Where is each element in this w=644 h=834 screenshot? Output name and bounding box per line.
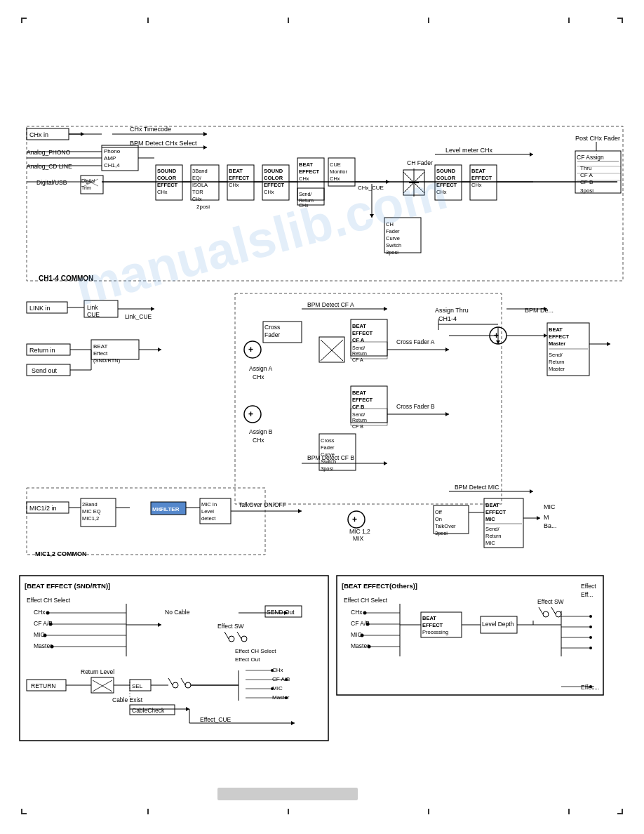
svg-text:CHx: CHx xyxy=(272,667,283,673)
svg-text:Effect CH Select: Effect CH Select xyxy=(27,597,71,604)
svg-text:CHx: CHx xyxy=(253,373,264,380)
svg-text:MIC: MIC xyxy=(351,631,362,638)
svg-rect-1 xyxy=(21,18,22,23)
svg-text:Analog_CD LINE: Analog_CD LINE xyxy=(27,163,72,170)
svg-text:CableCheck: CableCheck xyxy=(132,707,165,714)
svg-text:MIC: MIC xyxy=(544,503,556,510)
svg-text:LINK in: LINK in xyxy=(29,305,51,312)
svg-text:MIC: MIC xyxy=(34,631,45,638)
svg-text:Level meter CHx: Level meter CHx xyxy=(445,147,493,154)
svg-marker-135 xyxy=(151,307,154,311)
svg-rect-4 xyxy=(428,18,429,23)
svg-text:COLOR: COLOR xyxy=(264,175,283,181)
svg-text:MIC 1,2: MIC 1,2 xyxy=(349,528,370,535)
svg-text:Cross Fader A: Cross Fader A xyxy=(396,338,435,345)
svg-text:TalkOver ON/OFF: TalkOver ON/OFF xyxy=(239,501,286,508)
svg-text:Effect SW: Effect SW xyxy=(537,598,564,605)
svg-text:CF B: CF B xyxy=(580,179,593,185)
svg-text:2posi: 2posi xyxy=(196,204,210,210)
svg-text:3Band: 3Band xyxy=(192,168,208,174)
svg-text:Send/: Send/ xyxy=(299,192,311,197)
svg-point-342 xyxy=(366,623,370,626)
svg-text:+: + xyxy=(248,409,253,419)
svg-text:Send/: Send/ xyxy=(352,345,365,350)
svg-marker-89 xyxy=(370,214,374,218)
svg-text:Effect: Effect xyxy=(93,350,108,357)
svg-line-361 xyxy=(539,607,543,614)
svg-text:CHx_CUE: CHx_CUE xyxy=(358,185,384,191)
svg-marker-28 xyxy=(81,132,84,136)
svg-text:Return: Return xyxy=(352,351,367,356)
svg-marker-114 xyxy=(530,152,533,157)
svg-marker-204 xyxy=(384,461,387,465)
svg-rect-2 xyxy=(147,18,149,23)
svg-text:CHx: CHx xyxy=(253,437,264,444)
svg-text:CHx: CHx xyxy=(330,176,340,182)
svg-text:Switch: Switch xyxy=(386,242,401,249)
svg-line-305 xyxy=(181,678,185,685)
svg-text:Cross: Cross xyxy=(264,324,280,331)
svg-text:EFFECT: EFFECT xyxy=(485,509,507,515)
svg-text:MIC1,2 COMMON: MIC1,2 COMMON xyxy=(35,550,87,557)
svg-point-348 xyxy=(368,645,371,649)
svg-text:BEAT: BEAT xyxy=(352,323,366,329)
svg-text:detect: detect xyxy=(201,515,216,522)
svg-text:Send/: Send/ xyxy=(352,412,365,417)
svg-text:Phono: Phono xyxy=(104,148,121,154)
svg-rect-9 xyxy=(21,809,22,814)
svg-marker-198 xyxy=(445,348,449,352)
svg-text:Monitor: Monitor xyxy=(330,168,348,175)
svg-point-271 xyxy=(49,623,53,626)
svg-text:Master: Master xyxy=(549,366,565,372)
svg-text:SOUND: SOUND xyxy=(264,168,283,174)
svg-text:EFFECT: EFFECT xyxy=(352,330,373,336)
svg-text:Curve: Curve xyxy=(386,235,400,241)
svg-text:Effect: Effect xyxy=(581,583,596,590)
svg-text:MIC: MIC xyxy=(485,516,495,522)
svg-marker-40 xyxy=(203,145,207,150)
svg-marker-328 xyxy=(291,721,295,725)
svg-text:Return: Return xyxy=(352,418,367,423)
svg-text:BPM Detect CHx Select: BPM Detect CHx Select xyxy=(130,140,197,147)
svg-rect-7 xyxy=(622,18,623,23)
svg-text:BPM Detect CF A: BPM Detect CF A xyxy=(307,301,354,308)
svg-text:Send/: Send/ xyxy=(549,352,563,358)
svg-text:[BEAT EFFECT (SND/RTN)]: [BEAT EFFECT (SND/RTN)] xyxy=(25,582,110,590)
svg-text:Cable Exist: Cable Exist xyxy=(112,696,143,703)
svg-point-317 xyxy=(271,669,274,672)
svg-marker-259 xyxy=(537,516,540,520)
svg-text:MIX: MIX xyxy=(353,535,363,542)
svg-text:Thru: Thru xyxy=(580,165,591,171)
svg-text:CHx in: CHx in xyxy=(29,131,48,138)
svg-text:Post CHx Fader: Post CHx Fader xyxy=(575,135,620,142)
svg-text:Effect_CUE: Effect_CUE xyxy=(200,716,232,723)
svg-line-303 xyxy=(168,678,173,685)
svg-text:Effect CH Select: Effect CH Select xyxy=(344,597,388,604)
svg-line-288 xyxy=(224,632,229,639)
svg-text:Assign A: Assign A xyxy=(249,365,272,372)
svg-point-274 xyxy=(43,634,47,637)
svg-text:EFFECT: EFFECT xyxy=(436,182,457,188)
svg-point-304 xyxy=(185,682,191,688)
svg-text:Effect CH Select: Effect CH Select xyxy=(235,648,276,654)
svg-point-326 xyxy=(285,696,288,699)
svg-text:BPM Detect CF B: BPM Detect CF B xyxy=(307,454,354,461)
svg-text:EFFECT: EFFECT xyxy=(229,175,250,181)
svg-text:Fader: Fader xyxy=(321,444,335,451)
svg-text:Master: Master xyxy=(34,642,52,649)
svg-text:CUE: CUE xyxy=(330,161,341,168)
svg-text:Master: Master xyxy=(549,340,565,347)
svg-text:BEAT: BEAT xyxy=(352,390,366,396)
svg-text:CHx: CHx xyxy=(264,189,274,195)
svg-text:CH1,4: CH1,4 xyxy=(104,162,120,168)
svg-text:BEAT: BEAT xyxy=(299,161,313,168)
svg-text:BEAT: BEAT xyxy=(229,168,243,174)
svg-text:EFFECT: EFFECT xyxy=(471,175,492,181)
svg-text:CHx: CHx xyxy=(229,182,239,188)
svg-text:EFFECT: EFFECT xyxy=(549,333,570,340)
svg-text:Send out: Send out xyxy=(32,367,58,374)
svg-text:2Band: 2Band xyxy=(82,501,98,508)
svg-text:BPM Detect MIC: BPM Detect MIC xyxy=(455,484,499,491)
svg-text:EFFECT: EFFECT xyxy=(422,622,443,628)
svg-text:Level Depth: Level Depth xyxy=(482,621,514,628)
